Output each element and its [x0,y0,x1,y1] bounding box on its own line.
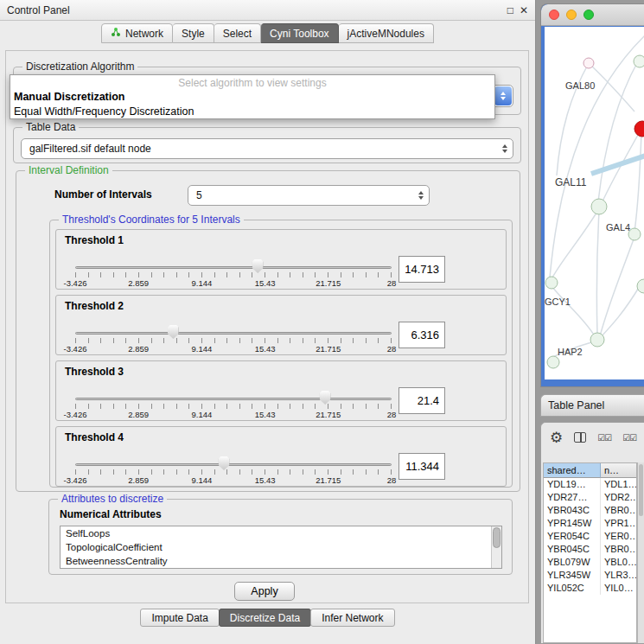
threshold-4-slider[interactable]: -3.426 2.859 9.144 15.43 21.715 28 [75,453,392,486]
attributes-to-discretize-group: Attributes to discretize Numerical Attri… [48,499,513,575]
scrollbar-thumb[interactable] [493,527,501,548]
numerical-attributes-list[interactable]: SelfLoops TopologicalCoefficient Between… [60,526,502,569]
node-circle[interactable] [591,199,607,214]
scale-label: 2.859 [128,475,149,485]
network-canvas[interactable]: GAL80 GAL11 GAL4 GCY1 HAP2 [545,27,644,379]
threshold-1-value-field[interactable]: 14.713 [399,256,445,283]
table-row[interactable]: YBR043CYBR0… [544,504,636,517]
group-title: Attributes to discretize [58,493,167,505]
node-label: GAL11 [555,176,587,188]
table-row[interactable]: YBL079WYBL0… [544,556,636,569]
number-of-intervals-label: Number of Intervals [54,188,152,201]
control-panel-titlebar: Control Panel □ ✕ [0,0,535,21]
table-row[interactable]: YDL19…YDL1… [544,478,636,491]
table-data-combobox[interactable]: galFiltered.sif default node [21,138,513,159]
node-circle[interactable] [634,55,644,67]
scale-label: 15.43 [255,475,276,485]
apply-button[interactable]: Apply [234,582,295,601]
table-row[interactable]: YLR345WYLR3… [544,569,636,582]
number-of-intervals-combobox[interactable]: 5 [188,185,430,206]
slider-scale: -3.426 2.859 9.144 15.43 21.715 28 [75,475,392,486]
table-scrollbar[interactable] [637,462,644,643]
select-rows-icon[interactable]: ☑☑ [622,433,636,443]
group-title: Threshold's Coordinates for 5 Intervals [59,214,244,226]
scrollbar-thumb[interactable] [639,464,643,516]
slider-track[interactable] [75,398,392,400]
slider-thumb[interactable] [320,391,331,405]
columns-icon[interactable] [574,432,586,443]
select-columns-icon[interactable]: ☑☑ [597,433,611,443]
dropdown-option-manual-discretization[interactable]: Manual Discretization [10,90,494,105]
combo-stepper-icon[interactable] [494,86,512,105]
slider-thumb[interactable] [168,325,179,339]
table-row[interactable]: YER054CYER0… [544,530,636,543]
node-circle[interactable] [545,277,558,289]
group-title: Table Data [22,121,79,133]
dropdown-option-equal-width-frequency[interactable]: Equal Width/Frequency Discretization [10,105,494,119]
tab-select[interactable]: Select [214,23,261,43]
cell: YBR0… [601,543,636,556]
tab-jactivemnodules[interactable]: jActiveMNodules [339,23,434,43]
cell: YBL079W [544,556,601,569]
table-data-value: galFiltered.sif default node [29,139,490,158]
threshold-2-slider[interactable]: -3.426 2.859 9.144 15.43 21.715 28 [75,322,392,354]
node-circle-pink[interactable] [583,58,594,68]
scale-label: 28 [387,410,397,419]
slider-track[interactable] [75,332,392,335]
node-circle[interactable] [637,279,644,293]
selected-red-node[interactable] [634,121,644,137]
scale-label: 21.715 [316,344,341,354]
column-header-name[interactable]: n… [601,463,636,478]
threshold-3-slider[interactable]: -3.426 2.859 9.144 15.43 21.715 28 [75,387,392,420]
traffic-light-minimize-icon[interactable] [566,10,577,20]
traffic-light-close-icon[interactable] [549,10,559,20]
list-item[interactable]: BetweennessCentrality [61,554,501,568]
cell: YBR043C [544,504,601,517]
table-row[interactable]: YBR045CYBR0… [544,543,636,556]
list-scrollbar[interactable] [491,526,501,568]
slider-track[interactable] [75,463,392,466]
node-circle[interactable] [547,356,559,368]
gear-icon[interactable]: ⚙ [550,430,563,445]
combo-stepper-icon[interactable] [502,144,507,153]
slider-track[interactable] [75,266,392,269]
tab-network[interactable]: Network [101,23,173,43]
list-item[interactable]: TopologicalCoefficient [61,540,501,554]
scale-label: 2.859 [128,278,149,288]
tab-style[interactable]: Style [173,23,214,43]
threshold-1-slider[interactable]: -3.426 2.859 9.144 15.43 21.715 28 [75,256,392,289]
threshold-3-value-field[interactable]: 21.4 [399,387,445,414]
list-item[interactable]: SelfLoops [61,526,501,540]
tab-discretize-data[interactable]: Discretize Data [219,609,311,627]
scale-label: -3.426 [64,278,87,288]
table-row[interactable]: YPR145WYPR1… [544,517,636,530]
float-window-icon[interactable]: □ [507,5,513,16]
scale-label: 28 [387,475,397,485]
window-title: Control Panel [7,4,70,16]
tab-label: Network [125,28,163,40]
table-row[interactable]: YDR27…YDR2… [544,491,636,504]
scale-label: 9.144 [192,278,213,288]
threshold-4-value-field[interactable]: 11.344 [399,453,445,480]
slider-scale: -3.426 2.859 9.144 15.43 21.715 28 [75,410,392,420]
tab-infer-network[interactable]: Infer Network [310,609,394,627]
table-row[interactable]: YIL052CYIL0… [544,582,636,595]
combo-stepper-icon[interactable] [418,191,424,200]
scale-label: 21.715 [316,410,341,419]
slider-thumb[interactable] [252,259,264,273]
slider-thumb[interactable] [219,456,230,470]
traffic-light-zoom-icon[interactable] [583,10,594,20]
node-label: HAP2 [558,347,583,357]
table-panel-titlebar[interactable]: Table Panel [540,394,644,417]
close-icon[interactable]: ✕ [520,5,528,16]
scale-label: 9.144 [192,344,213,354]
node-circle[interactable] [590,333,604,347]
table-header-row: shared… n… [544,463,636,478]
threshold-2-value-field[interactable]: 6.316 [399,322,445,348]
column-header-shared-name[interactable]: shared… [544,463,601,478]
tab-cyni-toolbox[interactable]: Cyni Toolbox [261,23,338,43]
right-side: GAL80 GAL11 GAL4 GCY1 HAP2 Table Panel ⚙… [540,0,644,644]
cell: YBR0… [601,504,636,517]
tab-impute-data[interactable]: Impute Data [140,609,219,627]
node-label: GAL80 [565,80,595,91]
